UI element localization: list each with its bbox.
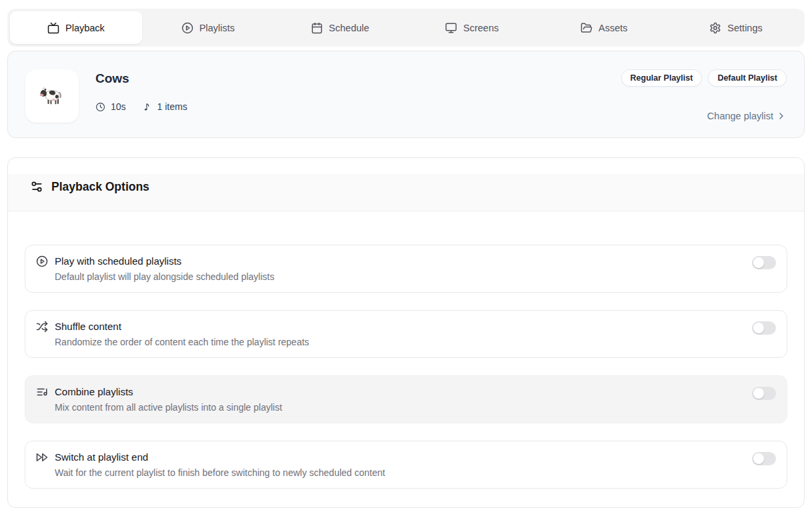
toggle-knob <box>753 323 764 333</box>
toggle-knob <box>753 453 764 464</box>
gear-icon <box>709 22 721 34</box>
tab-schedule-label: Schedule <box>329 23 369 33</box>
default-playlist-badge: Default Playlist <box>708 69 787 87</box>
change-playlist-link[interactable]: Change playlist <box>707 111 787 121</box>
monitor-icon <box>445 22 457 34</box>
list-music-icon <box>36 386 48 398</box>
combine-playlists-toggle[interactable] <box>752 387 776 400</box>
playlist-info: Cows 10s 1 items <box>95 69 187 121</box>
tab-assets-label: Assets <box>598 23 628 33</box>
playlist-card-right: Regular Playlist Default Playlist Change… <box>621 69 787 121</box>
badges-row: Regular Playlist Default Playlist <box>621 69 787 87</box>
play-with-scheduled-toggle[interactable] <box>752 256 776 269</box>
change-playlist-label: Change playlist <box>707 111 773 121</box>
option-text: Combine playlists Mix content from all a… <box>55 385 282 414</box>
tab-playlists-label: Playlists <box>199 23 235 33</box>
option-text: Play with scheduled playlists Default pl… <box>55 255 274 283</box>
option-row-combine-playlists: Combine playlists Mix content from all a… <box>25 375 787 423</box>
option-text: Switch at playlist end Wait for the curr… <box>55 451 385 479</box>
chevron-right-icon <box>776 111 787 121</box>
option-title: Combine playlists <box>55 385 282 399</box>
toggle-knob <box>753 388 764 399</box>
play-circle-icon <box>36 255 48 267</box>
clock-icon <box>95 102 105 112</box>
duration-value: 10s <box>111 101 126 112</box>
duration-meta: 10s <box>95 101 126 112</box>
cow-image <box>38 84 66 109</box>
tab-assets[interactable]: Assets <box>538 11 670 44</box>
tab-settings-label: Settings <box>727 23 762 33</box>
regular-playlist-badge: Regular Playlist <box>621 69 703 87</box>
option-title: Play with scheduled playlists <box>55 255 274 268</box>
option-description: Default playlist will play alongside sch… <box>55 270 274 283</box>
tab-settings[interactable]: Settings <box>670 11 802 44</box>
tab-screens-label: Screens <box>463 23 498 33</box>
option-text: Shuffle content Randomize the order of c… <box>55 320 309 349</box>
top-nav: Playback Playlists Schedule Screens Asse… <box>7 9 805 47</box>
switch-at-end-toggle[interactable] <box>752 452 776 465</box>
item-count-meta: 1 items <box>142 101 187 112</box>
tab-schedule[interactable]: Schedule <box>274 11 406 44</box>
shuffle-content-toggle[interactable] <box>752 321 776 335</box>
music-note-icon <box>142 102 152 112</box>
option-row-play-with-scheduled: Play with scheduled playlists Default pl… <box>25 245 787 293</box>
tab-playback-label: Playback <box>65 23 105 33</box>
playback-options-card: Playback Options Play with scheduled pla… <box>7 157 805 508</box>
play-circle-icon <box>181 22 193 34</box>
shuffle-icon <box>36 321 48 333</box>
folder-open-icon <box>580 22 592 34</box>
playback-options-body: Play with scheduled playlists Default pl… <box>8 211 804 489</box>
playlist-thumbnail <box>25 69 79 123</box>
option-title: Shuffle content <box>55 320 309 333</box>
item-count-value: 1 items <box>157 101 187 112</box>
option-row-switch-at-end: Switch at playlist end Wait for the curr… <box>25 441 787 489</box>
option-title: Switch at playlist end <box>55 451 385 464</box>
sliders-icon <box>30 180 43 193</box>
option-description: Randomize the order of content each time… <box>55 335 309 349</box>
calendar-icon <box>311 22 323 34</box>
playback-options-title: Playback Options <box>51 179 149 195</box>
fast-forward-icon <box>36 451 48 463</box>
option-row-shuffle-content: Shuffle content Randomize the order of c… <box>25 310 787 358</box>
tab-screens[interactable]: Screens <box>406 11 538 44</box>
tv-icon <box>47 22 59 34</box>
playlist-title: Cows <box>95 71 187 86</box>
playlist-meta: 10s 1 items <box>95 101 187 112</box>
option-description: Mix content from all active playlists in… <box>55 401 282 414</box>
card-top-spacer <box>8 158 804 174</box>
toggle-knob <box>753 257 764 268</box>
current-playlist-card: Cows 10s 1 items Regular Playlist Defaul… <box>7 51 805 138</box>
tab-playback[interactable]: Playback <box>10 11 142 44</box>
option-description: Wait for the current playlist to finish … <box>55 466 385 479</box>
playback-options-header: Playback Options <box>8 174 804 211</box>
tab-playlists[interactable]: Playlists <box>142 11 274 44</box>
